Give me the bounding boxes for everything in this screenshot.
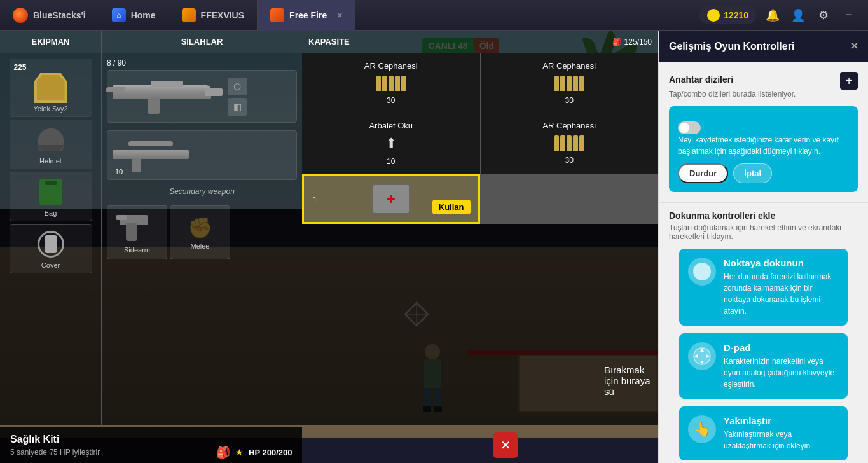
star-icon: ★ xyxy=(235,447,244,457)
yakin-icon: 👆 xyxy=(688,415,716,443)
settings-icon[interactable]: ⚙ xyxy=(815,6,832,24)
arbalet-label: Arbalet Oku xyxy=(369,121,413,130)
tab-ffexvius[interactable]: FFEXVIUS xyxy=(169,0,258,31)
pause-button[interactable]: Durdur xyxy=(678,163,728,183)
yakin-desc: Yakınlaştırmak veya uzaklaştırmak için e… xyxy=(724,429,839,452)
dpad-icon xyxy=(688,342,716,370)
sidearm-slot[interactable]: Sidearm xyxy=(107,205,167,259)
ammo-bullets-3 xyxy=(554,135,584,151)
kapasite-panel: KAPASİTE 🎒 125/150 AR Cephanesi xyxy=(302,31,658,425)
ammo-count-3: 30 xyxy=(565,156,574,165)
arbalet-cell[interactable]: Arbalet Oku ⬆ 10 xyxy=(302,113,480,174)
selected-item-name: Sağlık Kiti xyxy=(10,434,292,445)
kapasite-header: KAPASİTE 🎒 125/150 xyxy=(302,31,658,53)
dpad-card: D-pad Karakterinizin hareketini veya oyu… xyxy=(679,333,848,399)
secondary-weapon-slot[interactable]: 10 xyxy=(107,130,297,180)
tab-close-icon[interactable]: × xyxy=(337,10,342,20)
dpad-content: D-pad Karakterinizin hareketini veya oyu… xyxy=(724,342,839,390)
tab-home-label: Home xyxy=(131,10,156,20)
toggle-row xyxy=(678,121,849,134)
game-overlay: EKİPMAN 225 Yelek Svy2 xyxy=(0,31,658,463)
anahtar-section: Anahtar dizileri + Tap/combo dizileri bu… xyxy=(659,62,868,203)
coin-badge: 12210 xyxy=(699,6,756,24)
bag-item[interactable]: Bag xyxy=(10,172,92,221)
kullan-button[interactable]: Kullan xyxy=(432,200,471,214)
melee-slot[interactable]: ✊ Melee xyxy=(170,205,230,259)
add-sequence-btn[interactable]: + xyxy=(840,72,858,90)
helmet-icon xyxy=(32,124,70,156)
silahlar-header: SİLAHLAR xyxy=(102,31,302,53)
attachment-icon-2[interactable]: ◧ xyxy=(228,98,247,116)
tab-bluestacks[interactable]: BlueStacks'i xyxy=(0,0,99,31)
primary-weapon-slot[interactable]: ⬡ ◧ xyxy=(107,70,297,123)
yakin-title: Yakınlaştır xyxy=(724,415,839,426)
drop-zone: Bırakmak için buraya sü xyxy=(604,361,658,399)
melee-icon: ✊ xyxy=(188,216,213,240)
ammo-count-1: 30 xyxy=(387,96,395,105)
ammo-cell-1[interactable]: AR Cephanesi 30 xyxy=(302,53,480,113)
tab-bluestacks-label: BlueStacks'i xyxy=(33,10,86,20)
silahlar-column: SİLAHLAR 8 / 90 xyxy=(102,31,302,425)
right-panel: Gelişmiş Oyun Kontrolleri × Anahtar dizi… xyxy=(658,31,868,463)
notification-icon[interactable]: 🔔 xyxy=(764,6,782,24)
tab-freefire-label: Free Fire xyxy=(289,10,327,20)
main-content: CANLI 48 Öld EKİPMAN 225 xyxy=(0,31,868,463)
vest-icon xyxy=(32,72,70,104)
minimize-btn[interactable]: − xyxy=(840,6,858,24)
inventory-columns: EKİPMAN 225 Yelek Svy2 xyxy=(0,31,302,425)
ekipman-header: EKİPMAN xyxy=(0,31,101,53)
secondary-weapon-label: Secondary weapon xyxy=(102,183,302,200)
health-kit-count: 1 xyxy=(313,195,317,204)
crossbow-weapon xyxy=(113,136,202,174)
dpad-title: D-pad xyxy=(724,342,839,353)
noktaya-card: Noktaya dokunun Her durumda farenizi kul… xyxy=(679,249,848,326)
right-panel-close[interactable]: × xyxy=(851,39,858,53)
tab-ffexvius-label: FFEXVIUS xyxy=(201,10,244,20)
top-bar-controls: 12210 🔔 👤 ⚙ − xyxy=(699,6,868,24)
yakin-content: Yakınlaştır Yakınlaştırmak veya uzaklaşt… xyxy=(724,415,839,452)
top-bar: BlueStacks'i ⌂ Home FFEXVIUS Free Fire ×… xyxy=(0,0,868,31)
vest-item[interactable]: 225 Yelek Svy2 xyxy=(10,59,92,117)
freefire-icon xyxy=(270,8,284,22)
helmet-item[interactable]: Helmet xyxy=(10,120,92,169)
bluestacks-icon xyxy=(13,8,28,23)
inventory-panel: EKİPMAN 225 Yelek Svy2 xyxy=(0,31,302,425)
ammo-label-1: AR Cephanesi xyxy=(364,61,418,71)
melee-label: Melee xyxy=(191,242,210,250)
cover-item[interactable]: Cover xyxy=(10,224,92,273)
attachment-icon-1[interactable]: ⬡ xyxy=(228,78,247,95)
ekipman-items: 225 Yelek Svy2 xyxy=(0,53,101,279)
dokunma-desc: Tuşları doğrulamak için hareket ettirin … xyxy=(669,223,858,241)
ammo-cell-2[interactable]: AR Cephanesi 30 xyxy=(481,53,659,113)
tab-list: BlueStacks'i ⌂ Home FFEXVIUS Free Fire × xyxy=(0,0,355,31)
delete-button[interactable]: ✕ xyxy=(493,432,518,458)
home-icon: ⌂ xyxy=(112,8,126,22)
ammo-cell-3[interactable]: AR Cephanesi 30 xyxy=(481,113,659,174)
toggle-switch[interactable] xyxy=(678,121,701,134)
crossbow-ammo: 10 xyxy=(115,168,123,176)
cancel-button[interactable]: İptal xyxy=(733,163,772,183)
right-panel-header: Gelişmiş Oyun Kontrolleri × xyxy=(659,31,868,62)
right-panel-title: Gelişmiş Oyun Kontrolleri xyxy=(669,41,794,52)
record-buttons: Durdur İptal xyxy=(678,163,849,183)
kapasite-grid: AR Cephanesi 30 AR Cephanesi xyxy=(302,53,658,224)
bottom-weapons: Sidearm ✊ Melee xyxy=(102,200,302,265)
arrow-icon: ⬆ xyxy=(385,135,397,152)
ffexvius-icon xyxy=(182,8,196,22)
account-icon[interactable]: 👤 xyxy=(789,6,807,24)
anahtar-desc: Tap/combo dizileri burada listeleniyor. xyxy=(669,90,858,99)
coin-amount: 12210 xyxy=(724,10,748,20)
ammo-bullets-1 xyxy=(376,76,406,91)
secondary-weapon-section: 10 xyxy=(102,128,302,183)
bag-icon-bottom: 🎒 xyxy=(216,445,230,459)
health-kit-cell[interactable]: + 1 Kullan xyxy=(302,174,480,224)
tab-freefire[interactable]: Free Fire × xyxy=(258,0,355,31)
ammo-count-2: 30 xyxy=(565,96,574,105)
dokunma-title: Dokunma kontrolleri ekle xyxy=(669,211,858,221)
hp-section: 🎒 ★ HP 200/200 xyxy=(216,445,292,459)
tab-home[interactable]: ⌂ Home xyxy=(99,0,169,31)
capacity-badge: 🎒 125/150 xyxy=(612,38,652,46)
noktaya-title: Noktaya dokunun xyxy=(724,258,839,268)
ammo-label-2: AR Cephanesi xyxy=(542,61,596,71)
primary-weapon-section: 8 / 90 xyxy=(102,53,302,128)
